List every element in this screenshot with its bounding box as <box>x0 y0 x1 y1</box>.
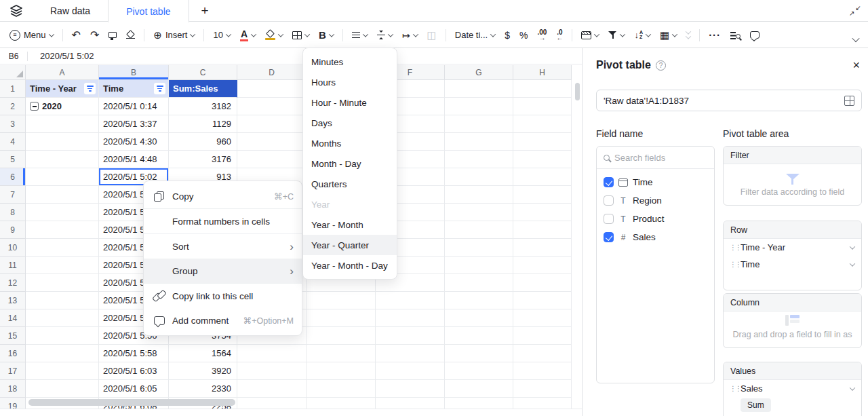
cell-a1-time-year-header[interactable]: Time - Year <box>26 80 99 98</box>
cell-empty[interactable] <box>445 274 513 292</box>
drag-handle-icon[interactable]: ⋮⋮ <box>730 261 736 268</box>
filter-button[interactable] <box>604 26 629 45</box>
submenu-item[interactable]: Quarters <box>303 174 397 194</box>
submenu-item[interactable]: Month - Day <box>303 153 397 174</box>
cell-time[interactable]: 2020/5/1 5:58 <box>99 345 169 362</box>
row-header[interactable]: 5 <box>0 151 26 168</box>
cell-year-group[interactable] <box>26 115 99 133</box>
filter-area[interactable]: Filter Filter data according to field <box>723 146 862 206</box>
cell-empty[interactable] <box>445 80 513 98</box>
cell-empty[interactable] <box>513 327 572 345</box>
cell-empty[interactable] <box>237 98 307 115</box>
cell-empty[interactable] <box>513 186 572 204</box>
cell-empty[interactable] <box>513 98 572 115</box>
cell-time[interactable]: 2020/5/1 6:03 <box>99 362 169 380</box>
cell-year-group[interactable] <box>26 186 99 204</box>
submenu-item[interactable]: Year <box>303 194 397 214</box>
chevron-down-icon[interactable] <box>850 244 855 249</box>
cell-empty[interactable] <box>513 151 572 168</box>
cell-empty[interactable] <box>445 345 513 362</box>
cell-empty[interactable] <box>513 115 572 133</box>
row-header[interactable]: 4 <box>0 133 26 151</box>
row-header[interactable]: 3 <box>0 115 26 133</box>
cell-empty[interactable] <box>237 115 307 133</box>
collapse-group-icon[interactable] <box>30 102 39 111</box>
cell-empty[interactable] <box>307 380 376 398</box>
submenu-item[interactable]: Hour - Minute <box>303 92 397 113</box>
cell-empty[interactable] <box>513 133 572 151</box>
filter-chip-icon[interactable] <box>154 83 165 94</box>
cell-empty[interactable] <box>445 204 513 221</box>
menu-item[interactable]: Group › <box>144 259 302 283</box>
bold-button[interactable]: B <box>315 26 338 45</box>
cell-empty[interactable] <box>445 257 513 274</box>
comment-button[interactable] <box>746 26 764 45</box>
row-header[interactable]: 8 <box>0 204 26 221</box>
cell-empty[interactable] <box>307 345 376 362</box>
pivot-row-field[interactable]: ⋮⋮ Time <box>724 256 861 273</box>
cell-year-group[interactable] <box>26 133 99 151</box>
cell-empty[interactable] <box>513 80 572 98</box>
pivot-value-field[interactable]: ⋮⋮ Sales <box>724 380 861 397</box>
horizontal-scrollbar[interactable] <box>28 399 235 406</box>
cell-year-group[interactable] <box>26 274 99 292</box>
cell-empty[interactable] <box>445 327 513 345</box>
chevron-down-icon[interactable] <box>850 385 855 390</box>
cell-empty[interactable] <box>237 380 307 398</box>
tab-pivot-table[interactable]: Pivot table <box>108 0 189 22</box>
column-header-d[interactable]: D <box>237 65 307 80</box>
cell-year-group[interactable] <box>26 345 99 362</box>
cell-empty[interactable] <box>513 221 572 239</box>
cell-style-button[interactable] <box>577 26 603 45</box>
cell-year-group[interactable] <box>26 292 99 309</box>
cell-empty[interactable] <box>513 257 572 274</box>
clear-format-button[interactable] <box>122 26 139 45</box>
cell-empty[interactable] <box>513 380 572 398</box>
row-header[interactable]: 2 <box>0 98 26 115</box>
pivot-row-field[interactable]: ⋮⋮ Time - Year <box>724 239 861 256</box>
cell-year-group[interactable] <box>26 380 99 398</box>
cell-year-group[interactable] <box>26 151 99 168</box>
column-header-a[interactable]: A <box>26 65 99 80</box>
tab-raw-data[interactable]: Raw data <box>33 0 108 21</box>
cell-empty[interactable] <box>376 345 445 362</box>
cell-sales[interactable]: 960 <box>169 133 237 151</box>
menu-item[interactable]: Add comment › ⌘+Option+M <box>144 308 302 333</box>
column-header-b[interactable]: B <box>99 65 169 80</box>
row-header[interactable]: 15 <box>0 327 26 345</box>
find-replace-button[interactable] <box>726 26 745 45</box>
cell-empty[interactable] <box>237 345 307 362</box>
cell-empty[interactable] <box>445 292 513 309</box>
cell-sales[interactable]: 3920 <box>169 362 237 380</box>
font-size-dropdown[interactable]: 10 <box>209 26 234 45</box>
cell-time[interactable]: 2020/5/1 0:14 <box>99 98 169 115</box>
range-input[interactable] <box>604 96 844 106</box>
cell-empty[interactable] <box>307 292 376 309</box>
cell-reference-box[interactable]: B6 <box>0 52 27 61</box>
column-header-c[interactable]: C <box>169 65 237 80</box>
row-header[interactable]: 11 <box>0 257 26 274</box>
cell-empty[interactable] <box>513 168 572 186</box>
cell-year-group[interactable] <box>26 327 99 345</box>
cell-year-group[interactable] <box>26 239 99 257</box>
cell-empty[interactable] <box>376 327 445 345</box>
row-header[interactable]: 13 <box>0 292 26 309</box>
cell-empty[interactable] <box>513 309 572 327</box>
cell-empty[interactable] <box>307 362 376 380</box>
cell-year-group[interactable] <box>26 221 99 239</box>
menu-button[interactable]: ≡Menu <box>5 26 58 45</box>
cell-empty[interactable] <box>513 345 572 362</box>
menu-item[interactable]: Copy link to this cell › <box>144 284 302 308</box>
submenu-item[interactable]: Months <box>303 133 397 153</box>
column-area[interactable]: Column Drag and drop a field to fill in … <box>723 293 862 348</box>
cell-empty[interactable] <box>445 98 513 115</box>
cell-empty[interactable] <box>307 327 376 345</box>
fill-color-button[interactable] <box>261 26 287 45</box>
field-row[interactable]: Region <box>597 191 714 210</box>
add-sheet-button[interactable]: + <box>189 0 221 21</box>
cell-empty[interactable] <box>237 80 307 98</box>
select-all-corner[interactable] <box>0 65 26 80</box>
cell-c1-sum-sales-header[interactable]: Sum:Sales <box>169 80 237 98</box>
submenu-item[interactable]: Hours <box>303 72 397 92</box>
submenu-item[interactable]: Year - Month - Day <box>303 255 397 276</box>
